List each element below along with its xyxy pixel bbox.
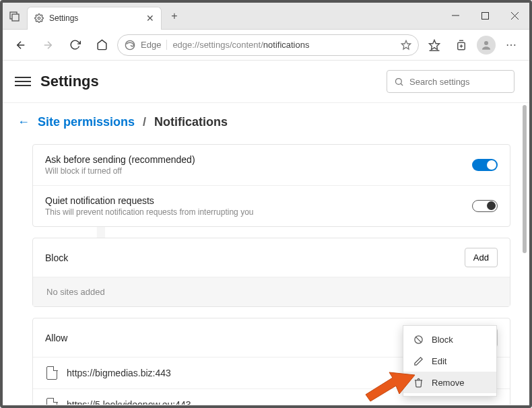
window-minimize-button[interactable] bbox=[440, 3, 470, 30]
back-button[interactable] bbox=[9, 34, 32, 57]
home-button[interactable] bbox=[90, 34, 113, 57]
favorite-star-icon[interactable] bbox=[401, 40, 411, 50]
refresh-button[interactable] bbox=[63, 34, 86, 57]
search-settings-input[interactable]: Search settings bbox=[387, 70, 514, 93]
collections-button[interactable] bbox=[450, 34, 473, 57]
new-tab-button[interactable]: + bbox=[164, 10, 185, 22]
block-icon bbox=[413, 334, 424, 345]
svg-marker-9 bbox=[430, 40, 440, 49]
quiet-toggle[interactable] bbox=[472, 200, 498, 212]
block-section-title: Block bbox=[45, 252, 68, 263]
file-icon bbox=[46, 398, 57, 405]
tab-actions-button[interactable] bbox=[3, 3, 27, 30]
svg-line-16 bbox=[401, 83, 403, 86]
search-icon bbox=[394, 77, 404, 87]
favorites-button[interactable] bbox=[423, 34, 446, 57]
page-title: Settings bbox=[40, 73, 99, 90]
file-icon bbox=[46, 366, 57, 380]
close-tab-icon[interactable]: ✕ bbox=[146, 13, 154, 24]
quiet-title: Quiet notification requests bbox=[45, 195, 253, 206]
settings-content: ← Site permissions / Notifications Ask b… bbox=[3, 103, 529, 405]
edge-logo-icon bbox=[125, 40, 135, 50]
address-host-label: Edge bbox=[141, 40, 167, 50]
quiet-subtitle: This will prevent notification requests … bbox=[45, 207, 253, 217]
gear-icon bbox=[34, 13, 44, 23]
svg-point-2 bbox=[38, 17, 40, 20]
context-remove-item[interactable]: Remove bbox=[403, 372, 496, 393]
svg-point-14 bbox=[484, 41, 488, 45]
ask-before-sending-row: Ask before sending (recommended) Will bl… bbox=[33, 145, 510, 186]
svg-marker-8 bbox=[401, 40, 410, 49]
window-close-button[interactable] bbox=[500, 3, 529, 30]
window-titlebar: Settings ✕ + bbox=[3, 3, 529, 30]
annotation-arrow bbox=[362, 364, 416, 402]
browser-toolbar: Edge edge://settings/content/notificatio… bbox=[3, 30, 529, 61]
forward-button[interactable] bbox=[36, 34, 59, 57]
block-empty-text: No sites added bbox=[33, 277, 510, 306]
settings-header: Settings Search settings bbox=[3, 61, 529, 103]
svg-point-15 bbox=[396, 78, 402, 84]
hamburger-menu-button[interactable] bbox=[15, 73, 31, 90]
site-context-menu: Block Edit Remove bbox=[403, 325, 497, 397]
block-add-button[interactable]: Add bbox=[465, 248, 498, 267]
breadcrumb-separator: / bbox=[143, 115, 146, 129]
ask-toggle[interactable] bbox=[472, 159, 498, 171]
context-edit-item[interactable]: Edit bbox=[403, 350, 496, 372]
site-url: https://bigmedias.biz:443 bbox=[67, 368, 171, 378]
tab-title: Settings bbox=[49, 13, 141, 23]
browser-tab-active[interactable]: Settings ✕ bbox=[27, 7, 162, 30]
breadcrumb-current: Notifications bbox=[154, 115, 228, 129]
more-menu-button[interactable]: ⋯ bbox=[500, 34, 523, 57]
svg-rect-1 bbox=[12, 14, 19, 21]
breadcrumb-parent-link[interactable]: Site permissions bbox=[38, 115, 135, 129]
profile-avatar[interactable] bbox=[477, 36, 496, 55]
site-url: https://5.lookvideonow.eu:443 bbox=[67, 399, 191, 405]
ask-title: Ask before sending (recommended) bbox=[45, 154, 195, 165]
breadcrumb-back-icon[interactable]: ← bbox=[18, 115, 30, 129]
allow-section-title: Allow bbox=[45, 333, 67, 343]
breadcrumb: ← Site permissions / Notifications bbox=[18, 115, 510, 129]
general-toggles-card: Ask before sending (recommended) Will bl… bbox=[32, 144, 510, 227]
svg-rect-4 bbox=[481, 13, 488, 20]
svg-line-18 bbox=[415, 337, 422, 343]
block-section: Block Add No sites added bbox=[32, 238, 510, 307]
address-url: edge://settings/content/notifications bbox=[172, 40, 309, 50]
address-bar[interactable]: Edge edge://settings/content/notificatio… bbox=[117, 34, 419, 56]
quiet-requests-row: Quiet notification requests This will pr… bbox=[33, 186, 510, 226]
window-maximize-button[interactable] bbox=[470, 3, 500, 30]
context-block-item[interactable]: Block bbox=[403, 329, 496, 350]
ask-subtitle: Will block if turned off bbox=[45, 166, 195, 176]
site-more-button[interactable]: ⋯ bbox=[484, 397, 496, 405]
